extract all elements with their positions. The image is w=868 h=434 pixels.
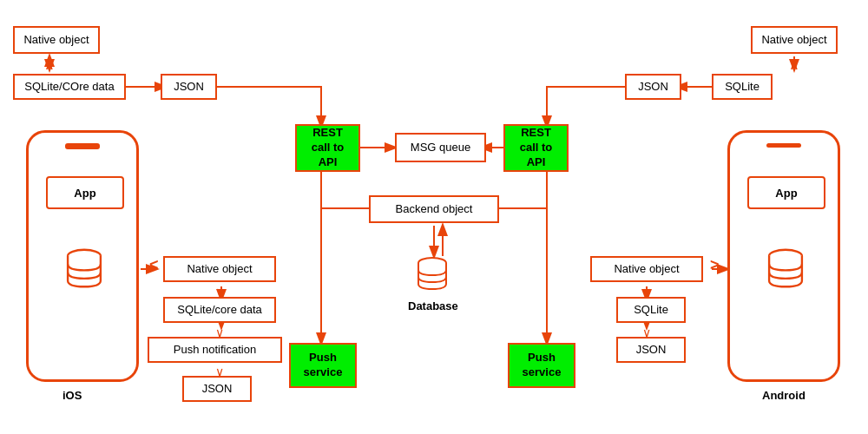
diagram: Native object ∧ SQLite/COre data JSON RE… xyxy=(0,0,868,434)
ios-phone: App xyxy=(26,130,139,382)
json-right: JSON xyxy=(625,74,681,100)
app-right: App xyxy=(747,176,825,209)
db-icon-ios xyxy=(62,246,107,291)
backend-object: Backend object xyxy=(369,195,499,223)
sqlite-top-right: SQLite xyxy=(712,74,773,100)
push-service-left: Push service xyxy=(289,343,357,388)
json-mid-right: JSON xyxy=(616,337,686,363)
db-icon-android xyxy=(763,246,808,291)
chevron-down-icon-tr: ∧ xyxy=(789,56,799,73)
native-object-mid-left: Native object xyxy=(163,256,276,282)
json-mid-left: JSON xyxy=(182,376,252,402)
push-service-right: Push service xyxy=(508,343,575,388)
msg-queue: MSG queue xyxy=(395,133,486,162)
push-notification: Push notification xyxy=(148,337,282,363)
rest-call-left: REST call to API xyxy=(295,124,360,172)
phone-notch-ios xyxy=(65,143,100,149)
bracket-left: < xyxy=(149,256,159,274)
sqlite-core-data-left: SQLite/COre data xyxy=(13,74,126,100)
database-icon xyxy=(413,254,451,293)
chevron-down-icon-tl: ∧ xyxy=(44,56,55,73)
native-object-top-right: Native object xyxy=(751,26,838,54)
ios-label: iOS xyxy=(62,389,82,402)
sqlite-core-mid-left: SQLite/core data xyxy=(163,297,276,323)
native-object-mid-right: Native object xyxy=(590,256,703,282)
android-label: Android xyxy=(762,389,806,402)
database-label: Database xyxy=(408,299,458,312)
bracket-right: > xyxy=(710,256,720,274)
sqlite-mid-right: SQLite xyxy=(616,297,686,323)
phone-bar-android xyxy=(766,143,801,148)
app-left: App xyxy=(46,176,124,209)
rest-call-right: REST call to API xyxy=(503,124,569,172)
android-phone: App xyxy=(727,130,840,382)
json-left: JSON xyxy=(161,74,217,100)
native-object-top-left: Native object xyxy=(13,26,100,54)
